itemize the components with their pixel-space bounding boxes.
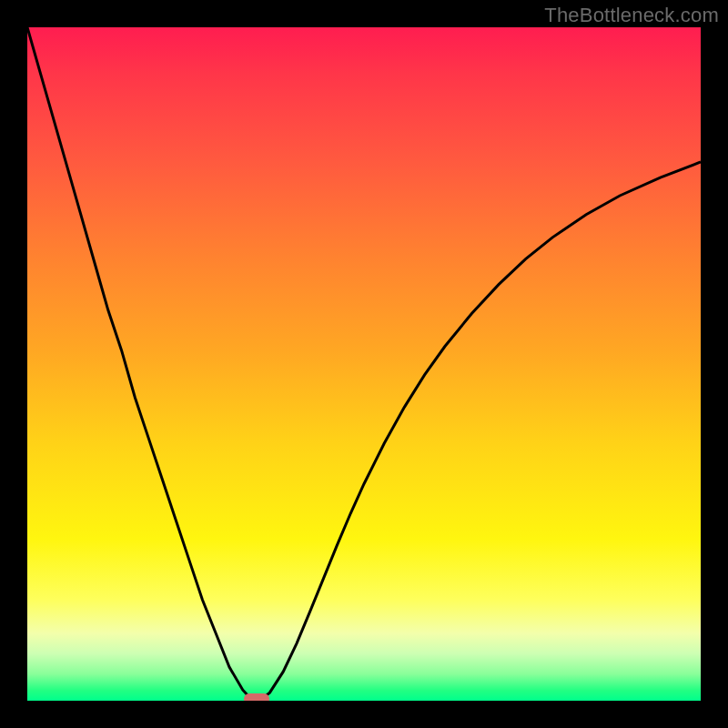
minimum-marker xyxy=(244,693,269,701)
watermark-text: TheBottleneck.com xyxy=(544,4,719,27)
curve-line xyxy=(27,27,701,701)
chart-frame: TheBottleneck.com xyxy=(0,0,728,728)
plot-area xyxy=(27,27,701,701)
